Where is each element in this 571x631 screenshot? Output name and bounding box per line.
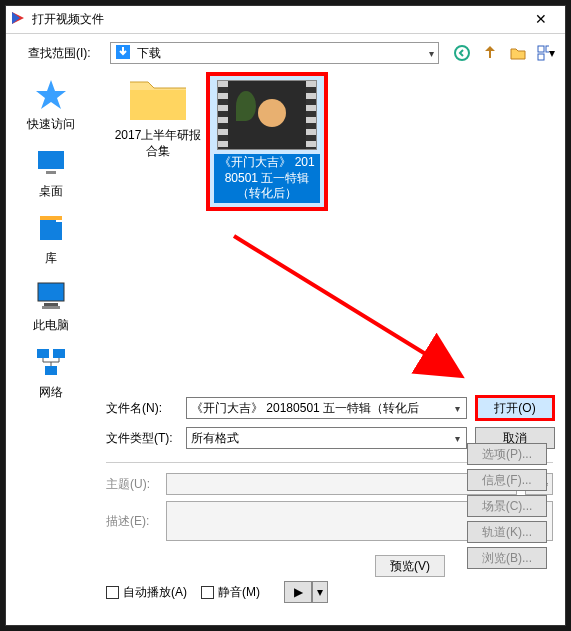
- info-button[interactable]: 信息(F)...: [467, 469, 547, 491]
- place-label: 桌面: [39, 183, 63, 200]
- place-label: 库: [45, 250, 57, 267]
- svg-rect-16: [45, 366, 57, 375]
- mute-label: 静音(M): [218, 584, 260, 601]
- subject-label: 主题(U):: [106, 476, 158, 493]
- play-menu-button[interactable]: ▾: [312, 581, 328, 603]
- place-libraries[interactable]: 库: [34, 212, 68, 267]
- svg-marker-7: [36, 80, 66, 109]
- autoplay-label: 自动播放(A): [123, 584, 187, 601]
- place-desktop[interactable]: 桌面: [34, 145, 68, 200]
- svg-rect-6: [538, 54, 544, 60]
- body: 快速访问 桌面 库 此电脑 网络: [6, 72, 565, 392]
- svg-rect-12: [44, 303, 58, 306]
- place-label: 快速访问: [27, 116, 75, 133]
- chevron-down-icon: ▾: [429, 48, 434, 59]
- file-item-video-selected[interactable]: 《开门大吉》 20180501 五一特辑（转化后）: [206, 72, 328, 211]
- svg-rect-10: [40, 216, 62, 220]
- close-button[interactable]: ✕: [521, 9, 561, 31]
- checkbox-icon: [106, 586, 119, 599]
- folder-icon: [126, 72, 190, 124]
- track-button[interactable]: 轨道(K)...: [467, 521, 547, 543]
- svg-rect-14: [37, 349, 49, 358]
- bottom-row: 自动播放(A) 静音(M) ▶ ▾: [6, 571, 565, 613]
- subject-input[interactable]: [166, 473, 517, 495]
- svg-marker-1: [12, 12, 20, 24]
- filetype-combo[interactable]: 所有格式 ▾: [186, 427, 467, 449]
- chevron-down-icon: ▾: [453, 433, 462, 444]
- scene-button[interactable]: 场景(C)...: [467, 495, 547, 517]
- svg-rect-5: [546, 46, 549, 52]
- lookin-combo[interactable]: 下载 ▾: [110, 42, 439, 64]
- svg-rect-4: [538, 46, 544, 52]
- place-thispc[interactable]: 此电脑: [33, 279, 69, 334]
- new-folder-icon[interactable]: [509, 44, 527, 62]
- svg-rect-11: [38, 283, 64, 301]
- place-quick[interactable]: 快速访问: [27, 78, 75, 133]
- video-thumb: [217, 80, 317, 150]
- place-label: 此电脑: [33, 317, 69, 334]
- svg-rect-15: [53, 349, 65, 358]
- lookin-row: 查找范围(I): 下载 ▾ ▾: [6, 34, 565, 72]
- window-title: 打开视频文件: [32, 11, 521, 28]
- places-bar: 快速访问 桌面 库 此电脑 网络: [6, 72, 96, 392]
- browse-button[interactable]: 浏览(B)...: [467, 547, 547, 569]
- svg-rect-13: [42, 306, 60, 309]
- file-item-label: 2017上半年研报合集: [114, 128, 202, 159]
- toolbar-icons: ▾: [453, 44, 555, 62]
- download-icon: [115, 44, 131, 63]
- lookin-value: 下载: [137, 45, 429, 62]
- view-menu-icon[interactable]: ▾: [537, 44, 555, 62]
- autoplay-checkbox[interactable]: 自动播放(A): [106, 584, 187, 601]
- checkbox-icon: [201, 586, 214, 599]
- back-icon[interactable]: [453, 44, 471, 62]
- lookin-label: 查找范围(I):: [28, 45, 104, 62]
- filename-label: 文件名(N):: [106, 400, 178, 417]
- open-file-dialog: 打开视频文件 ✕ 查找范围(I): 下载 ▾ ▾ 快速访问 桌面: [5, 5, 566, 626]
- play-controls: ▶ ▾: [284, 581, 328, 603]
- place-label: 网络: [39, 384, 63, 401]
- svg-rect-8: [38, 151, 64, 169]
- right-buttons: 选项(P)... 信息(F)... 场景(C)... 轨道(K)... 浏览(B…: [467, 443, 547, 569]
- mute-checkbox[interactable]: 静音(M): [201, 584, 260, 601]
- filetype-value: 所有格式: [191, 430, 453, 447]
- app-icon: [10, 10, 26, 29]
- chevron-down-icon: ▾: [453, 403, 462, 414]
- desc-label: 描述(E):: [106, 513, 158, 530]
- file-item-folder[interactable]: 2017上半年研报合集: [114, 72, 202, 159]
- filename-combo[interactable]: 《开门大吉》 20180501 五一特辑（转化后 ▾: [186, 397, 467, 419]
- up-icon[interactable]: [481, 44, 499, 62]
- play-button[interactable]: ▶: [284, 581, 312, 603]
- open-button[interactable]: 打开(O): [475, 395, 555, 421]
- svg-point-3: [455, 46, 469, 60]
- filetype-label: 文件类型(T):: [106, 430, 178, 447]
- filename-row: 文件名(N): 《开门大吉》 20180501 五一特辑（转化后 ▾ 打开(O): [6, 392, 565, 424]
- svg-rect-9: [46, 171, 56, 174]
- file-item-label: 《开门大吉》 20180501 五一特辑（转化后）: [214, 154, 320, 203]
- filename-value: 《开门大吉》 20180501 五一特辑（转化后: [191, 400, 453, 417]
- file-list[interactable]: 2017上半年研报合集 《开门大吉》 20180501 五一特辑（转化后）: [96, 72, 565, 392]
- options-button[interactable]: 选项(P)...: [467, 443, 547, 465]
- place-network[interactable]: 网络: [34, 346, 68, 401]
- titlebar: 打开视频文件 ✕: [6, 6, 565, 34]
